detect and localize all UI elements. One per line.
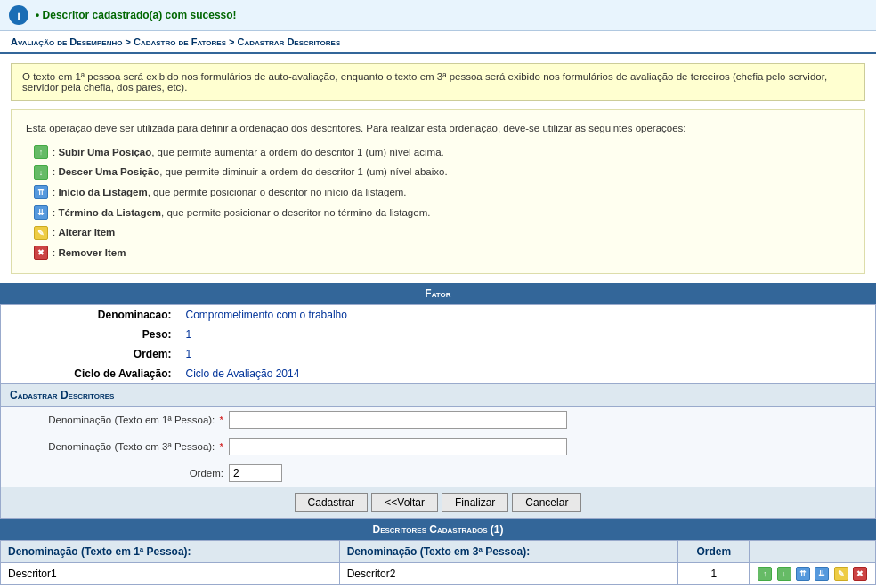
notification-bar: i • Descritor cadastrado(a) com sucesso!	[0, 0, 876, 31]
fator-header: Fator	[0, 283, 876, 304]
info-box: O texto em 1ª pessoa será exibido nos fo…	[11, 63, 865, 101]
col-header-ordem: Ordem	[678, 540, 750, 562]
table-header-row: Denominação (Texto em 1ª Pessoa): Denomi…	[1, 540, 876, 562]
cadastrar-button[interactable]: Cadastrar	[295, 493, 369, 512]
info-icon: i	[9, 5, 28, 25]
cell-order: 1	[678, 562, 750, 584]
instruction-item-top: ⇈ : Início da Listagem, que permite posi…	[33, 183, 850, 202]
cell-3a-pessoa: Descritor2	[339, 562, 678, 584]
row-up-icon[interactable]: ↑	[758, 567, 772, 581]
fator-row-peso: Peso: 1	[1, 325, 876, 344]
instruction-item-down: ↓ : Descer Uma Posição, que permite dimi…	[33, 163, 850, 181]
cadastrar-section-header: Cadastrar Descritores	[0, 384, 876, 407]
form-section: Denominação (Texto em 1ª Pessoa): * Deno…	[0, 407, 876, 487]
instructions-list: ↑ : Subir Uma Posição, que permite aumen…	[26, 143, 850, 262]
row-top-icon[interactable]: ⇈	[796, 567, 810, 581]
descritores-header: Descritores Cadastrados (1)	[0, 519, 876, 540]
instruction-item-edit: ✎ : Alterar Item	[33, 223, 850, 242]
cell-actions: ↑ ↓ ⇈ ⇊ ✎ ✖	[750, 562, 876, 584]
col-header-1a-pessoa: Denominação (Texto em 1ª Pessoa):	[1, 540, 340, 562]
instructions-intro: Esta operação deve ser utilizada para de…	[26, 119, 850, 138]
cell-1a-pessoa: Descritor1	[1, 562, 340, 584]
form-row-1a-pessoa: Denominação (Texto em 1ª Pessoa): *	[1, 407, 875, 433]
input-denominacao-3a-pessoa[interactable]	[229, 438, 567, 455]
row-down-icon[interactable]: ↓	[777, 567, 791, 581]
descritores-table: Denominação (Texto em 1ª Pessoa): Denomi…	[0, 540, 876, 585]
fator-row-ciclo: Ciclo de Avaliação: Ciclo de Avaliação 2…	[1, 364, 876, 384]
fator-row-ordem: Ordem: 1	[1, 344, 876, 364]
fator-table: Denominacao: Comprometimento com o traba…	[0, 304, 876, 384]
col-header-actions	[750, 540, 876, 562]
row-remove-icon[interactable]: ✖	[853, 567, 867, 581]
table-row: Descritor1 Descritor2 1 ↑ ↓ ⇈ ⇊ ✎ ✖	[1, 562, 876, 584]
form-row-ordem: Ordem:	[1, 460, 875, 487]
remove-icon: ✖	[34, 246, 48, 260]
voltar-button[interactable]: <<Voltar	[371, 493, 438, 512]
col-header-3a-pessoa: Denominação (Texto em 3ª Pessoa):	[339, 540, 678, 562]
notification-message: • Descritor cadastrado(a) com sucesso!	[36, 9, 237, 21]
edit-icon: ✎	[34, 226, 48, 240]
finalizar-button[interactable]: Finalizar	[442, 493, 508, 512]
top-icon: ⇈	[34, 185, 48, 199]
button-row: Cadastrar <<Voltar Finalizar Cancelar	[0, 487, 876, 519]
row-bottom-icon[interactable]: ⇊	[815, 567, 829, 581]
form-row-3a-pessoa: Denominação (Texto em 3ª Pessoa): *	[1, 433, 875, 460]
bottom-icon: ⇊	[34, 205, 48, 220]
instructions-box: Esta operação deve ser utilizada para de…	[11, 109, 865, 274]
cancelar-button[interactable]: Cancelar	[512, 493, 581, 512]
instruction-item-bottom: ⇊ : Término da Listagem, que permite pos…	[33, 204, 850, 222]
fator-row-denominacao: Denominacao: Comprometimento com o traba…	[1, 304, 876, 325]
up-icon: ↑	[34, 145, 48, 159]
instruction-item-remove: ✖ : Remover Item	[33, 244, 850, 262]
breadcrumb: Avaliação de Desempenho > Cadastro de Fa…	[0, 31, 876, 54]
instruction-item-up: ↑ : Subir Uma Posição, que permite aumen…	[33, 143, 850, 162]
row-edit-icon[interactable]: ✎	[834, 567, 848, 581]
input-denominacao-1a-pessoa[interactable]	[229, 411, 567, 429]
down-icon: ↓	[34, 165, 48, 180]
input-ordem[interactable]	[229, 464, 282, 482]
